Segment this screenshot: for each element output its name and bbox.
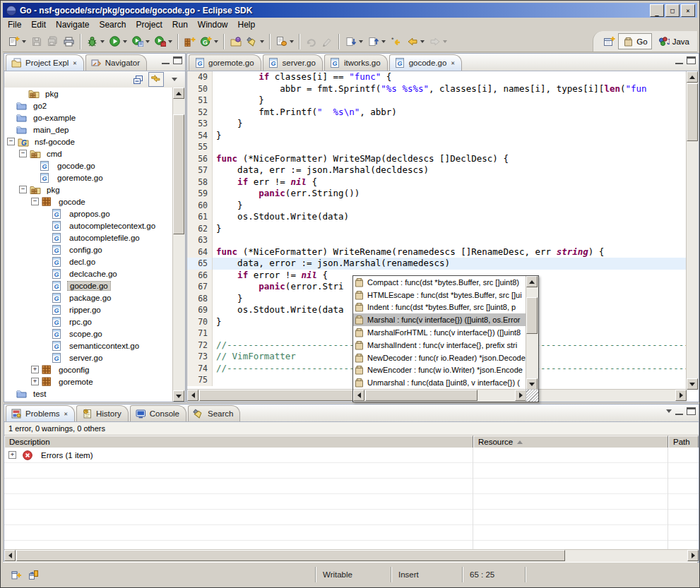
code-line[interactable]: 65 data, error := json.Marshal(renamedes… <box>187 258 687 270</box>
print-button[interactable] <box>61 34 77 49</box>
completion-item[interactable]: Compact : func(dst *bytes.Buffer, src []… <box>353 276 526 289</box>
code-line[interactable]: 54} <box>187 130 687 142</box>
column-description[interactable]: Description <box>4 436 473 448</box>
tree-item-rpc.go[interactable]: Grpc.go <box>4 316 173 328</box>
code-line[interactable]: 58 if err != nil { <box>187 176 687 188</box>
tree-item-goremote.go[interactable]: Ggoremote.go <box>4 172 173 184</box>
minus-expander-icon[interactable]: − <box>7 138 15 145</box>
dropdown-arrow-icon[interactable] <box>123 40 127 43</box>
scroll-up-icon[interactable] <box>526 276 538 287</box>
minimize-view-icon[interactable] <box>162 61 170 64</box>
tree-item-gocode.go[interactable]: Ggocode.go <box>4 160 173 172</box>
code-line[interactable]: 50 abbr = fmt.Sprintf("%s %s%s", classes… <box>187 83 687 95</box>
dropdown-arrow-icon[interactable] <box>100 40 105 43</box>
problems-row-errors[interactable]: +Errors (1 item) <box>4 448 699 463</box>
scroll-left-icon[interactable] <box>187 390 198 401</box>
scroll-right-icon[interactable] <box>687 550 699 561</box>
new-gotype-button[interactable]: G <box>198 34 220 49</box>
scroll-up-icon[interactable] <box>687 71 698 83</box>
code-line[interactable]: 49 if classes[i] == "func" { <box>187 71 687 83</box>
code-line[interactable]: 63 <box>187 234 687 246</box>
scroll-up-icon[interactable] <box>173 88 184 99</box>
tree-item-goremote[interactable]: +goremote <box>4 376 173 388</box>
scroll-down-icon[interactable] <box>173 390 184 402</box>
tree-item-go2[interactable]: go2 <box>4 100 173 112</box>
tree-item-cmd[interactable]: −cmd <box>4 148 173 160</box>
dropdown-arrow-icon[interactable] <box>381 40 386 43</box>
fast-view-icon[interactable] <box>10 569 22 581</box>
perspective-java-button[interactable]: JJava <box>655 34 693 49</box>
scroll-left-icon[interactable] <box>353 390 364 401</box>
code-line[interactable]: 59 panic(err.String()) <box>187 188 687 200</box>
dropdown-arrow-icon[interactable] <box>214 40 218 43</box>
dropdown-arrow-icon[interactable] <box>359 40 363 43</box>
code-line[interactable]: 53 } <box>187 118 687 130</box>
problems-tab-history[interactable]: History <box>76 405 129 421</box>
minus-expander-icon[interactable]: − <box>19 150 27 157</box>
tree-item-test[interactable]: test <box>4 388 173 400</box>
menu-run[interactable]: Run <box>167 18 193 31</box>
tree-item-pkg[interactable]: pkg <box>4 88 173 100</box>
menu-project[interactable]: Project <box>131 18 167 31</box>
dropdown-arrow-icon[interactable] <box>443 40 447 43</box>
scroll-right-icon[interactable] <box>675 390 687 401</box>
code-line[interactable]: 51 } <box>187 95 687 107</box>
close-icon[interactable]: ✕ <box>73 59 76 66</box>
view-menu-icon[interactable] <box>167 72 182 87</box>
editor-tab-itworks-go[interactable]: Gitworks.go <box>324 54 388 71</box>
minimize-view-icon[interactable] <box>675 412 683 415</box>
minus-expander-icon[interactable]: − <box>19 186 27 193</box>
completion-item[interactable]: Indent : func(dst *bytes.Buffer, src []u… <box>353 301 526 314</box>
code-line[interactable]: 60 } <box>187 200 687 212</box>
dropdown-arrow-icon[interactable] <box>146 40 150 43</box>
minimize-editor-icon[interactable] <box>675 61 683 64</box>
debug-button[interactable] <box>84 34 107 49</box>
maximize-button[interactable]: □ <box>665 4 680 17</box>
perspective-go-button[interactable]: Go <box>618 33 651 49</box>
editor-vscrollbar[interactable] <box>686 71 699 390</box>
code-line[interactable]: 61 os.Stdout.Write(data) <box>187 211 687 223</box>
dropdown-arrow-icon[interactable] <box>290 40 294 43</box>
dropdown-arrow-icon[interactable] <box>420 40 425 43</box>
editor-tab-gocode-go[interactable]: Ggocode.go✕ <box>389 54 462 71</box>
prev-ann-button[interactable] <box>365 34 388 49</box>
maximize-editor-icon[interactable] <box>687 56 696 64</box>
maximize-view-icon[interactable] <box>687 407 696 415</box>
run-history-button[interactable] <box>129 34 152 49</box>
tree-item-go-example[interactable]: go-example <box>4 112 173 124</box>
menu-window[interactable]: Window <box>193 18 233 31</box>
tree-item-server.go[interactable]: Gserver.go <box>4 352 173 364</box>
scroll-thumb[interactable] <box>365 390 477 401</box>
tree-item-package.go[interactable]: Gpackage.go <box>4 292 173 304</box>
tree-item-goconfig[interactable]: +goconfig <box>4 364 173 376</box>
tree-scrollbar[interactable] <box>172 88 185 402</box>
editor-tab-server-go[interactable]: Gserver.go <box>263 54 323 71</box>
tree-item-autocompletefile.go[interactable]: Gautocompletefile.go <box>4 232 173 244</box>
column-path[interactable]: Path <box>668 436 699 448</box>
tree-item-decl.go[interactable]: Gdecl.go <box>4 256 173 268</box>
tree-item-config.go[interactable]: Gconfig.go <box>4 244 173 256</box>
editor-tab-goremote-go[interactable]: Ggoremote.go <box>189 54 261 71</box>
restore-trim-icon[interactable] <box>28 569 40 581</box>
column-resource[interactable]: Resource <box>473 436 668 448</box>
run-external-button[interactable] <box>152 34 174 49</box>
completion-item[interactable]: MarshalIndent : func(v interface{}, pref… <box>353 339 526 352</box>
open-type-button[interactable] <box>227 34 244 49</box>
minus-expander-icon[interactable]: − <box>31 198 39 205</box>
menu-edit[interactable]: Edit <box>26 18 51 31</box>
menu-search[interactable]: Search <box>94 18 131 31</box>
code-line[interactable]: 57 data, err := json.Marshal(decldescs) <box>187 164 687 176</box>
close-button[interactable]: ✕ <box>681 4 695 17</box>
view-menu-icon[interactable] <box>666 409 672 413</box>
plus-expander-icon[interactable]: + <box>31 366 39 373</box>
tree-item-scope.go[interactable]: Gscope.go <box>4 328 173 340</box>
popup-hscrollbar[interactable] <box>353 389 526 402</box>
plus-expander-icon[interactable]: + <box>31 378 39 385</box>
tree-item-apropos.go[interactable]: Gapropos.go <box>4 208 173 220</box>
menu-navigate[interactable]: Navigate <box>51 18 94 31</box>
completion-item[interactable]: Marshal : func(v interface{}) ([]uint8, … <box>353 313 526 326</box>
code-line[interactable]: 56func (*NiceFormatter) WriteSMap(declde… <box>187 153 687 165</box>
code-line[interactable]: 55 <box>187 141 687 153</box>
explorer-tab-navigator[interactable]: Navigator <box>85 54 147 71</box>
tree-item-declcache.go[interactable]: Gdeclcache.go <box>4 268 173 280</box>
